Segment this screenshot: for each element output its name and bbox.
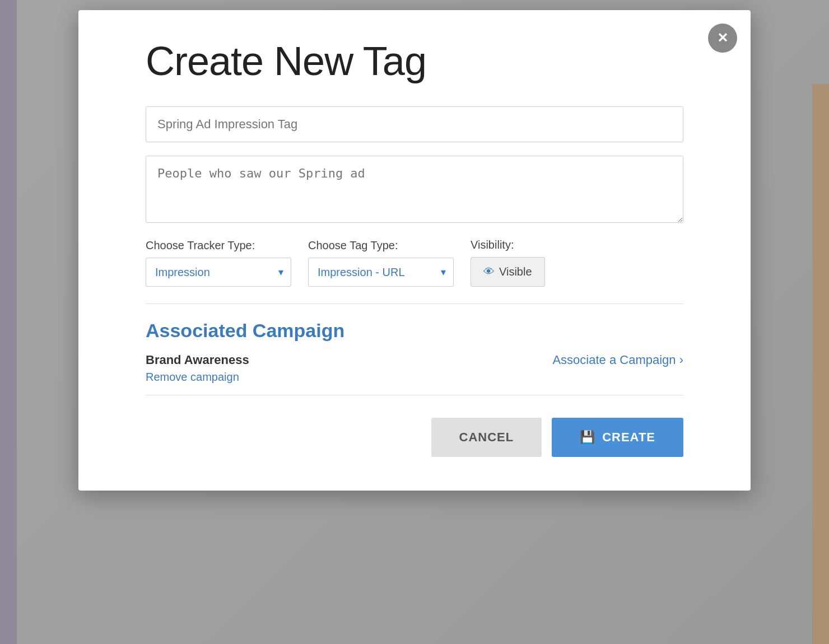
eye-icon: 👁 [483, 265, 495, 278]
tracker-type-select[interactable]: Impression Click View [146, 258, 291, 287]
visibility-value: Visible [499, 265, 532, 278]
visibility-button[interactable]: 👁 Visible [471, 257, 545, 287]
associate-campaign-link[interactable]: Associate a Campaign › [552, 353, 683, 367]
tag-name-input[interactable] [146, 106, 683, 142]
modal-title: Create New Tag [146, 38, 683, 84]
tag-type-group: Choose Tag Type: Impression - URL Impres… [308, 239, 454, 287]
tracker-type-label: Choose Tracker Type: [146, 239, 291, 252]
cancel-button[interactable]: CANCEL [431, 418, 542, 457]
create-tag-modal: ✕ Create New Tag Choose Tracker Type: Im… [78, 10, 751, 491]
campaign-info: Brand Awareness Remove campaign [146, 353, 249, 384]
save-icon: 💾 [580, 430, 595, 445]
create-button-label: CREATE [602, 430, 655, 445]
button-row: CANCEL 💾 CREATE [146, 418, 683, 457]
form-options-row: Choose Tracker Type: Impression Click Vi… [146, 239, 683, 287]
tag-type-select-wrap: Impression - URL Impression - IMG Click … [308, 258, 454, 287]
close-icon: ✕ [717, 30, 728, 46]
visibility-group: Visibility: 👁 Visible [471, 239, 545, 287]
tracker-type-select-wrap: Impression Click View ▾ [146, 258, 291, 287]
create-button[interactable]: 💾 CREATE [552, 418, 683, 457]
tag-description-input[interactable] [146, 156, 683, 223]
remove-campaign-link[interactable]: Remove campaign [146, 371, 249, 384]
campaign-name: Brand Awareness [146, 353, 249, 367]
tag-type-select[interactable]: Impression - URL Impression - IMG Click … [308, 258, 454, 287]
tracker-type-group: Choose Tracker Type: Impression Click Vi… [146, 239, 291, 287]
close-button[interactable]: ✕ [708, 24, 737, 53]
tag-type-label: Choose Tag Type: [308, 239, 454, 252]
divider-1 [146, 304, 683, 304]
visibility-label: Visibility: [471, 239, 545, 251]
divider-2 [146, 395, 683, 395]
associated-campaign-title: Associated Campaign [146, 320, 683, 342]
campaign-row: Brand Awareness Remove campaign Associat… [146, 353, 683, 384]
